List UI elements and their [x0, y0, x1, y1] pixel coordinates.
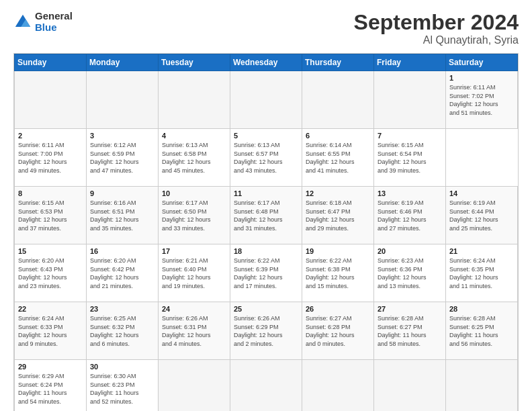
day-info: Sunrise: 6:14 AMSunset: 6:55 PMDaylight:…: [306, 142, 355, 174]
day-info: Sunrise: 6:28 AMSunset: 6:27 PMDaylight:…: [378, 315, 427, 347]
day-number: 27: [378, 305, 442, 313]
logo-general: General: [35, 11, 73, 22]
calendar-cell: 5Sunrise: 6:13 AMSunset: 6:57 PMDaylight…: [230, 129, 302, 187]
title-month: September 2024: [354, 11, 519, 34]
day-number: 22: [18, 305, 83, 313]
logo-icon: [13, 13, 32, 32]
day-number: 30: [90, 363, 154, 371]
day-info: Sunrise: 6:26 AMSunset: 6:31 PMDaylight:…: [162, 315, 211, 347]
day-number: 10: [162, 189, 226, 197]
calendar-cell: [87, 71, 159, 129]
calendar-cell: 29Sunrise: 6:29 AMSunset: 6:24 PMDayligh…: [15, 360, 87, 411]
day-info: Sunrise: 6:19 AMSunset: 6:46 PMDaylight:…: [378, 199, 427, 232]
day-number: 3: [90, 132, 154, 140]
col-tuesday: Tuesday: [159, 54, 230, 71]
header-row: Sunday Monday Tuesday Wednesday Thursday…: [15, 54, 518, 71]
day-info: Sunrise: 6:17 AMSunset: 6:48 PMDaylight:…: [234, 199, 283, 232]
day-number: 14: [449, 189, 514, 197]
day-number: 29: [18, 363, 83, 371]
day-info: Sunrise: 6:25 AMSunset: 6:32 PMDaylight:…: [90, 315, 139, 347]
calendar-cell: 30Sunrise: 6:30 AMSunset: 6:23 PMDayligh…: [87, 360, 159, 411]
day-number: 12: [306, 189, 370, 197]
day-number: 17: [162, 247, 226, 255]
col-wednesday: Wednesday: [230, 54, 302, 71]
calendar-cell: 19Sunrise: 6:22 AMSunset: 6:38 PMDayligh…: [302, 244, 374, 302]
day-info: Sunrise: 6:24 AMSunset: 6:33 PMDaylight:…: [18, 315, 67, 347]
day-number: 18: [234, 247, 298, 255]
calendar-cell: [230, 360, 302, 411]
day-number: 2: [18, 132, 83, 140]
calendar-cell: 3Sunrise: 6:12 AMSunset: 6:59 PMDaylight…: [87, 129, 159, 187]
day-number: 16: [90, 247, 154, 255]
day-number: 23: [90, 305, 154, 313]
calendar-cell: 8Sunrise: 6:15 AMSunset: 6:53 PMDaylight…: [15, 187, 87, 244]
day-number: 4: [162, 132, 226, 140]
day-number: 5: [234, 132, 298, 140]
day-number: 9: [90, 189, 154, 197]
calendar-cell: 14Sunrise: 6:19 AMSunset: 6:44 PMDayligh…: [446, 187, 518, 244]
day-info: Sunrise: 6:15 AMSunset: 6:53 PMDaylight:…: [18, 199, 67, 232]
calendar-cell: [302, 360, 374, 411]
calendar-cell: 4Sunrise: 6:13 AMSunset: 6:58 PMDaylight…: [159, 129, 230, 187]
calendar-body: 1Sunrise: 6:11 AMSunset: 7:02 PMDaylight…: [15, 71, 518, 411]
calendar-week-2: 2Sunrise: 6:11 AMSunset: 7:00 PMDaylight…: [15, 129, 518, 187]
calendar-header: Sunday Monday Tuesday Wednesday Thursday…: [15, 54, 518, 71]
calendar-week-6: 29Sunrise: 6:29 AMSunset: 6:24 PMDayligh…: [15, 360, 518, 411]
day-number: 19: [306, 247, 370, 255]
calendar-cell: 11Sunrise: 6:17 AMSunset: 6:48 PMDayligh…: [230, 187, 302, 244]
day-info: Sunrise: 6:19 AMSunset: 6:44 PMDaylight:…: [449, 199, 498, 232]
day-info: Sunrise: 6:22 AMSunset: 6:38 PMDaylight:…: [306, 257, 355, 289]
calendar-cell: 6Sunrise: 6:14 AMSunset: 6:55 PMDaylight…: [302, 129, 374, 187]
day-number: 21: [449, 247, 514, 255]
calendar-cell: [15, 71, 87, 129]
day-number: 25: [234, 305, 298, 313]
day-number: 24: [162, 305, 226, 313]
col-sunday: Sunday: [15, 54, 87, 71]
calendar-cell: 20Sunrise: 6:23 AMSunset: 6:36 PMDayligh…: [374, 244, 446, 302]
day-number: 15: [18, 247, 83, 255]
logo-blue: Blue: [35, 22, 73, 34]
day-info: Sunrise: 6:30 AMSunset: 6:23 PMDaylight:…: [90, 373, 139, 405]
calendar-cell: 1Sunrise: 6:11 AMSunset: 7:02 PMDaylight…: [446, 71, 518, 129]
calendar-cell: 21Sunrise: 6:24 AMSunset: 6:35 PMDayligh…: [446, 244, 518, 302]
header: General Blue September 2024 Al Qunaytira…: [13, 11, 519, 46]
calendar-cell: 17Sunrise: 6:21 AMSunset: 6:40 PMDayligh…: [159, 244, 230, 302]
col-saturday: Saturday: [446, 54, 518, 71]
calendar: Sunday Monday Tuesday Wednesday Thursday…: [13, 53, 519, 411]
calendar-cell: 24Sunrise: 6:26 AMSunset: 6:31 PMDayligh…: [159, 302, 230, 360]
day-info: Sunrise: 6:20 AMSunset: 6:42 PMDaylight:…: [90, 257, 139, 289]
day-info: Sunrise: 6:17 AMSunset: 6:50 PMDaylight:…: [162, 199, 211, 232]
calendar-cell: 10Sunrise: 6:17 AMSunset: 6:50 PMDayligh…: [159, 187, 230, 244]
page: General Blue September 2024 Al Qunaytira…: [0, 0, 532, 411]
col-thursday: Thursday: [302, 54, 374, 71]
title-location: Al Qunaytirah, Syria: [354, 34, 519, 46]
col-friday: Friday: [374, 54, 446, 71]
day-number: 6: [306, 132, 370, 140]
calendar-week-1: 1Sunrise: 6:11 AMSunset: 7:02 PMDaylight…: [15, 71, 518, 129]
day-info: Sunrise: 6:23 AMSunset: 6:36 PMDaylight:…: [378, 257, 427, 289]
calendar-week-3: 8Sunrise: 6:15 AMSunset: 6:53 PMDaylight…: [15, 187, 518, 244]
title-block: September 2024 Al Qunaytirah, Syria: [354, 11, 519, 46]
day-number: 26: [306, 305, 370, 313]
calendar-cell: 22Sunrise: 6:24 AMSunset: 6:33 PMDayligh…: [15, 302, 87, 360]
day-info: Sunrise: 6:16 AMSunset: 6:51 PMDaylight:…: [90, 199, 139, 232]
day-info: Sunrise: 6:18 AMSunset: 6:47 PMDaylight:…: [306, 199, 355, 232]
calendar-cell: 13Sunrise: 6:19 AMSunset: 6:46 PMDayligh…: [374, 187, 446, 244]
day-number: 13: [378, 189, 442, 197]
calendar-cell: [302, 71, 374, 129]
day-info: Sunrise: 6:13 AMSunset: 6:58 PMDaylight:…: [162, 142, 211, 174]
day-info: Sunrise: 6:12 AMSunset: 6:59 PMDaylight:…: [90, 142, 139, 174]
calendar-cell: [159, 360, 230, 411]
calendar-cell: [159, 71, 230, 129]
day-number: 8: [18, 189, 83, 197]
calendar-cell: 23Sunrise: 6:25 AMSunset: 6:32 PMDayligh…: [87, 302, 159, 360]
calendar-table: Sunday Monday Tuesday Wednesday Thursday…: [14, 54, 518, 411]
day-info: Sunrise: 6:28 AMSunset: 6:25 PMDaylight:…: [449, 315, 498, 347]
day-info: Sunrise: 6:15 AMSunset: 6:54 PMDaylight:…: [378, 142, 427, 174]
calendar-cell: 26Sunrise: 6:27 AMSunset: 6:28 PMDayligh…: [302, 302, 374, 360]
calendar-cell: 2Sunrise: 6:11 AMSunset: 7:00 PMDaylight…: [15, 129, 87, 187]
logo-text: General Blue: [35, 11, 73, 33]
day-info: Sunrise: 6:22 AMSunset: 6:39 PMDaylight:…: [234, 257, 283, 289]
calendar-week-4: 15Sunrise: 6:20 AMSunset: 6:43 PMDayligh…: [15, 244, 518, 302]
calendar-cell: 15Sunrise: 6:20 AMSunset: 6:43 PMDayligh…: [15, 244, 87, 302]
